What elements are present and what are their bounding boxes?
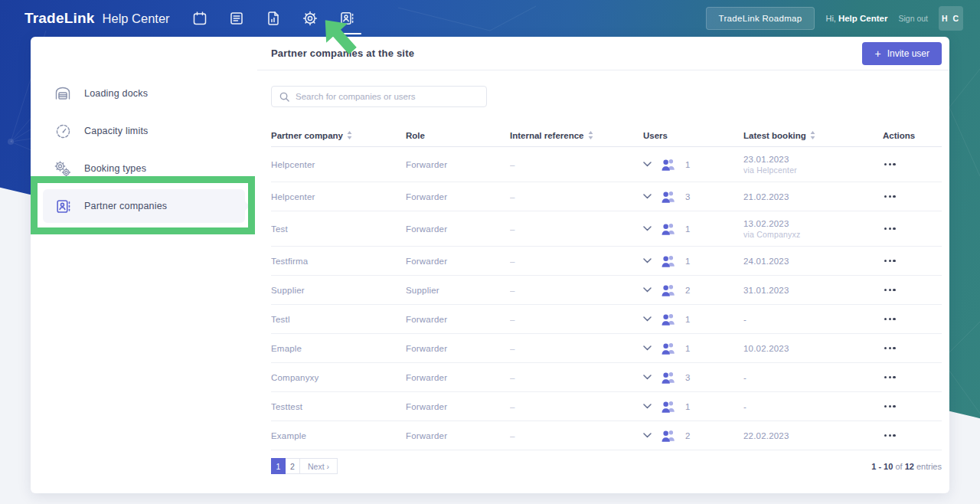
sidebar: Loading docks Capacity limits xyxy=(31,37,257,493)
role-cell: Forwarder xyxy=(406,373,510,382)
row-actions-button[interactable] xyxy=(883,431,897,440)
latest-booking-cell: 31.01.2023 xyxy=(743,286,883,295)
partner-company-cell[interactable]: Emaple xyxy=(271,344,406,353)
invite-user-button[interactable]: + Invite user xyxy=(862,42,942,65)
settings-gear-icon[interactable] xyxy=(297,0,323,37)
contact-card-icon xyxy=(54,197,72,215)
row-actions-button[interactable] xyxy=(883,344,897,352)
entries-summary: 1 - 10 of 12 entries xyxy=(871,462,942,471)
main-panel: Partner companies at the site + Invite u… xyxy=(257,37,949,493)
latest-booking-cell: 21.02.2023 xyxy=(743,192,883,201)
partner-company-cell[interactable]: Test xyxy=(271,224,406,234)
internal-reference-cell: – xyxy=(510,373,643,382)
sidebar-item-loading-docks[interactable]: Loading docks xyxy=(43,77,245,110)
search-box[interactable] xyxy=(271,86,487,107)
row-actions-button[interactable] xyxy=(883,402,897,411)
row-actions-button[interactable] xyxy=(883,286,897,294)
partner-company-cell[interactable]: Example xyxy=(271,431,406,440)
column-header-latest-booking[interactable]: Latest booking xyxy=(743,131,883,140)
search-input[interactable] xyxy=(296,92,479,101)
page-button-1[interactable]: 1 xyxy=(271,458,286,474)
partner-companies-table: Partner company Role Internal reference … xyxy=(257,124,949,450)
sort-icon[interactable] xyxy=(810,131,815,139)
latest-booking-cell: - xyxy=(743,402,883,411)
table-row: Emaple Forwarder – xyxy=(271,334,942,363)
users-count: 1 xyxy=(685,160,691,169)
row-actions-button[interactable] xyxy=(883,192,897,201)
chevron-down-icon[interactable] xyxy=(643,433,652,438)
users-count: 1 xyxy=(685,402,691,411)
row-actions-button[interactable] xyxy=(883,373,897,381)
next-page-button[interactable]: Next › xyxy=(300,458,338,474)
partner-company-cell[interactable]: Testfirma xyxy=(271,257,406,266)
users-count: 1 xyxy=(685,257,691,266)
user-name: Help Center xyxy=(838,14,888,23)
users-count: 1 xyxy=(685,224,691,234)
content-card: Loading docks Capacity limits xyxy=(31,37,949,493)
sidebar-item-partner-companies[interactable]: Partner companies xyxy=(43,189,245,223)
capacity-gauge-icon xyxy=(54,122,72,140)
partner-company-cell[interactable]: Testtest xyxy=(271,402,406,411)
latest-booking-cell: 23.01.2023 via Helpcenter xyxy=(743,155,883,175)
booking-date: 10.02.2023 xyxy=(743,344,883,353)
booking-date: - xyxy=(743,315,883,324)
topbar: TradeLink Help Center xyxy=(0,0,980,37)
chevron-down-icon[interactable] xyxy=(643,194,652,199)
checklist-icon[interactable] xyxy=(224,0,250,37)
roadmap-button[interactable]: TradeLink Roadmap xyxy=(706,7,815,30)
row-actions-button[interactable] xyxy=(883,224,897,233)
chevron-down-icon[interactable] xyxy=(643,258,652,263)
chevron-down-icon[interactable] xyxy=(643,404,652,409)
avatar[interactable]: H C xyxy=(939,6,963,31)
booking-via: via Companyxz xyxy=(743,230,883,239)
chevron-down-icon[interactable] xyxy=(643,316,652,322)
chevron-down-icon[interactable] xyxy=(643,375,652,380)
column-header-internal-reference[interactable]: Internal reference xyxy=(510,131,643,140)
sign-out-link[interactable]: Sign out xyxy=(898,14,928,23)
page-button-2[interactable]: 2 xyxy=(286,458,300,474)
chevron-down-icon[interactable] xyxy=(643,162,652,167)
latest-booking-cell: 22.02.2023 xyxy=(743,431,883,440)
sort-icon[interactable] xyxy=(347,131,352,139)
role-cell: Forwarder xyxy=(406,431,510,440)
table-header-row: Partner company Role Internal reference … xyxy=(271,124,942,147)
row-actions-button[interactable] xyxy=(883,315,897,323)
column-header-role: Role xyxy=(406,131,510,140)
partner-contacts-icon[interactable] xyxy=(334,0,360,37)
calendar-icon[interactable] xyxy=(187,0,213,37)
brand-logo[interactable]: TradeLink xyxy=(24,10,95,27)
row-actions-button[interactable] xyxy=(883,257,897,265)
row-actions-button[interactable] xyxy=(883,160,897,169)
sidebar-item-booking-types[interactable]: Booking types xyxy=(43,152,245,185)
table-row: Testl Forwarder – xyxy=(271,305,942,334)
users-icon xyxy=(660,190,677,204)
partner-company-cell[interactable]: Helpcenter xyxy=(271,192,406,201)
internal-reference-cell: – xyxy=(510,257,643,266)
greeting-prefix: Hi, xyxy=(825,14,835,23)
sidebar-item-capacity-limits[interactable]: Capacity limits xyxy=(43,114,245,148)
chevron-down-icon[interactable] xyxy=(643,226,652,231)
partner-company-cell[interactable]: Helpcenter xyxy=(271,160,406,169)
column-header-partner-company[interactable]: Partner company xyxy=(271,131,406,140)
column-header-actions: Actions xyxy=(883,131,942,140)
sort-icon[interactable] xyxy=(588,131,593,139)
users-cell: 1 xyxy=(643,254,743,268)
role-cell: Forwarder xyxy=(406,344,510,353)
booking-via: via Helpcenter xyxy=(743,165,883,175)
internal-reference-cell: – xyxy=(510,160,643,169)
partner-company-cell[interactable]: Testl xyxy=(271,315,406,324)
latest-booking-cell: 13.02.2023 via Companyxz xyxy=(743,219,883,239)
chevron-down-icon[interactable] xyxy=(643,345,652,351)
search-row xyxy=(257,70,949,107)
internal-reference-cell: – xyxy=(510,315,643,324)
partner-company-cell[interactable]: Supplier xyxy=(271,286,406,295)
report-icon[interactable] xyxy=(260,0,286,37)
column-label: Internal reference xyxy=(510,131,584,140)
table-row: Testfirma Forwarder – xyxy=(271,247,942,276)
chevron-down-icon[interactable] xyxy=(643,287,652,293)
users-icon xyxy=(660,429,677,443)
users-cell: 1 xyxy=(643,313,743,326)
active-item-pointer xyxy=(239,201,250,211)
table-row: Helpcenter Forwarder – xyxy=(271,182,942,211)
partner-company-cell[interactable]: Companyxy xyxy=(271,373,406,382)
